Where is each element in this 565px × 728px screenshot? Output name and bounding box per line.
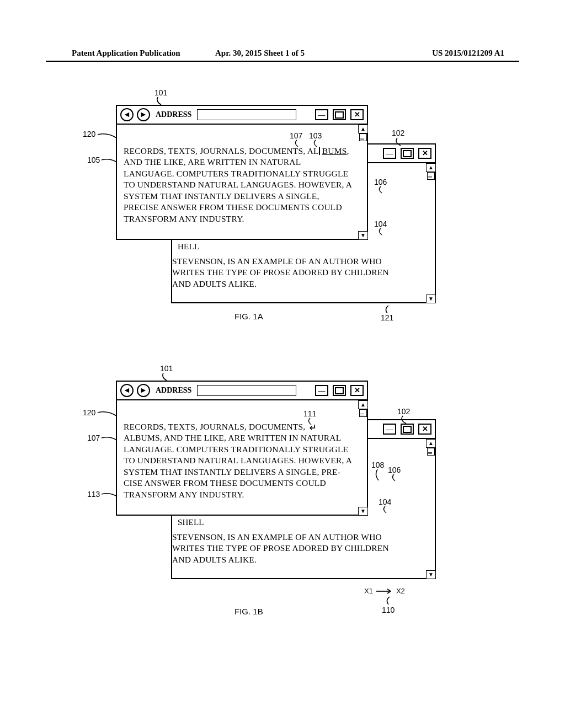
scroll-up-icon[interactable]: ▲ [426, 439, 436, 448]
address-label: ADDRESS [156, 386, 191, 395]
scroll-down-icon[interactable]: ▼ [358, 507, 368, 516]
header-left: Patent Application Publication [72, 49, 180, 58]
address-label: ADDRESS [156, 110, 191, 119]
minimize-button[interactable]: — [383, 148, 396, 159]
close-button[interactable]: ✕ [350, 109, 364, 120]
scroll-thumb[interactable]: ≡ [359, 133, 367, 141]
para-line1: RECORDS, TEXTS, JOURNALS, DOCUMENTS, AL [124, 146, 319, 156]
para-line3: CISE ANSWER FROM THESE DOCUMENTS COULD T… [124, 478, 326, 499]
ref-120: 120 [83, 408, 95, 417]
address-input[interactable] [197, 109, 296, 120]
scroll-up-icon[interactable]: ▲ [426, 163, 436, 172]
front-window-titlebar: ◄ ► ADDRESS — ✕ [117, 106, 367, 125]
forward-button[interactable]: ► [137, 384, 150, 397]
back-scrollbar[interactable]: ▲ ≡ ▼ [426, 439, 436, 579]
para-rest: , AND THE LIKE, ARE WRITTEN IN NATURAL L… [124, 146, 351, 223]
maximize-button[interactable] [401, 148, 414, 159]
maximize-button[interactable] [333, 109, 346, 120]
para-line1: RECORDS, TEXTS, JOURNALS, DOCUMENTS, [124, 422, 305, 431]
ref-120: 120 [83, 130, 95, 138]
ref-110: 110 [382, 606, 395, 614]
underlined-fragment: BUMS [322, 146, 347, 156]
scroll-down-icon[interactable]: ▼ [358, 231, 368, 240]
main-paragraph: RECORDS, TEXTS, JOURNALS, DOCUMENTS, AL … [124, 146, 353, 224]
scroll-thumb[interactable]: ≡ [427, 172, 435, 180]
figure-caption-1a: FIG. 1A [234, 312, 263, 321]
scroll-down-icon[interactable]: ▼ [426, 295, 436, 303]
text-cursor-icon [319, 147, 320, 155]
close-button[interactable]: ✕ [418, 424, 431, 435]
page-header: Patent Application Publication Apr. 30, … [0, 49, 565, 58]
scroll-thumb[interactable]: ≡ [427, 448, 435, 456]
header-right: US 2015/0121209 A1 [432, 49, 504, 58]
front-scrollbar[interactable]: ▲ ≡ ▼ [358, 400, 368, 516]
para-line2: ALBUMS, AND THE LIKE, ARE WRITTEN IN NAT… [124, 433, 351, 476]
front-window-body: RECORDS, TEXTS, JOURNALS, DOCUMENTS, AL … [117, 125, 367, 240]
ref-113: 113 [87, 490, 100, 499]
small-word-shell: SHELL [178, 517, 204, 528]
minimize-button[interactable]: — [383, 424, 396, 435]
back-text: STEVENSON, IS AN EXAMPLE OF AN AUTHOR WH… [172, 256, 409, 290]
ref-121: 121 [381, 313, 393, 322]
small-word-hell: HELL [178, 242, 199, 253]
minimize-button[interactable]: — [315, 109, 328, 120]
scroll-thumb[interactable]: ≡ [359, 409, 367, 417]
ref-107: 107 [87, 433, 100, 442]
front-window: ◄ ► ADDRESS — ✕ RECORDS, TEXTS, JOURNALS… [116, 381, 368, 516]
front-window: ◄ ► ADDRESS — ✕ RECORDS, TEXTS, JOURNALS… [116, 105, 368, 240]
minimize-button[interactable]: — [315, 385, 328, 396]
close-button[interactable]: ✕ [350, 385, 364, 396]
figure-caption-1b: FIG. 1B [234, 607, 263, 616]
ref-105: 105 [87, 156, 100, 164]
address-input[interactable] [197, 385, 296, 396]
front-window-body: RECORDS, TEXTS, JOURNALS, DOCUMENTS, ALB… [117, 400, 367, 516]
close-button[interactable]: ✕ [418, 148, 431, 159]
header-rule [46, 61, 519, 62]
maximize-button[interactable] [333, 385, 346, 396]
back-button[interactable]: ◄ [120, 108, 134, 121]
back-button[interactable]: ◄ [120, 384, 134, 397]
axis-x2: X2 [396, 587, 405, 595]
scroll-down-icon[interactable]: ▼ [426, 570, 436, 579]
back-text: STEVENSON, IS AN EXAMPLE OF AN AUTHOR WH… [172, 532, 409, 565]
main-paragraph: RECORDS, TEXTS, JOURNALS, DOCUMENTS, ALB… [124, 421, 353, 500]
axis-indicator: X1 X2 [364, 587, 405, 595]
front-window-titlebar: ◄ ► ADDRESS — ✕ [117, 382, 367, 400]
axis-x1: X1 [364, 587, 373, 595]
ref-102: 102 [392, 129, 404, 137]
forward-button[interactable]: ► [137, 108, 150, 121]
front-scrollbar[interactable]: ▲ ≡ ▼ [358, 125, 368, 240]
scroll-up-icon[interactable]: ▲ [358, 400, 368, 409]
back-scrollbar[interactable]: ▲ ≡ ▼ [426, 163, 436, 303]
header-mid: Apr. 30, 2015 Sheet 1 of 5 [215, 49, 305, 58]
scroll-up-icon[interactable]: ▲ [358, 125, 368, 133]
